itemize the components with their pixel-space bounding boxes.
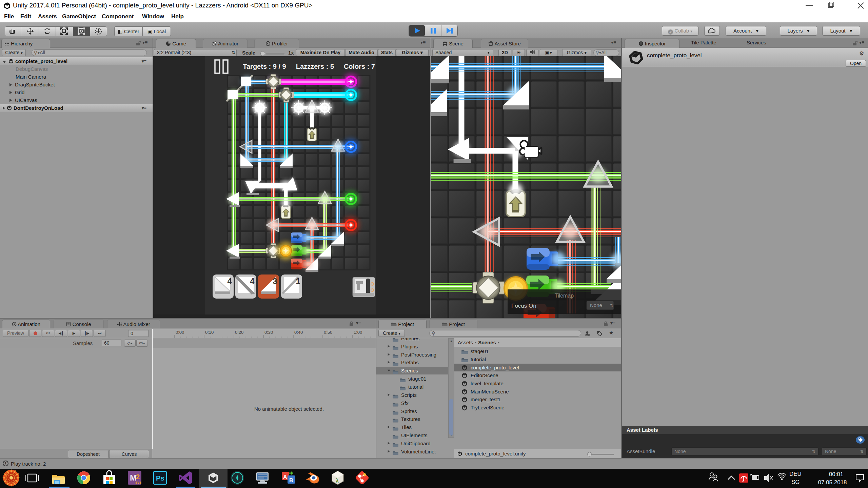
- svg-text:07.05.2018: 07.05.2018: [818, 479, 847, 486]
- svg-text:sys: sys: [135, 480, 141, 484]
- svg-text:4: 4: [228, 277, 232, 286]
- svg-text:Focus On: Focus On: [511, 303, 536, 309]
- svg-text:Lazzzers : 5: Lazzzers : 5: [296, 63, 334, 70]
- svg-text:B: B: [289, 477, 293, 483]
- svg-text:0:50: 0:50: [324, 330, 332, 335]
- svg-text:0:40: 0:40: [294, 330, 303, 335]
- svg-text:4: 4: [250, 277, 255, 286]
- svg-text:Tilemap: Tilemap: [555, 293, 574, 299]
- svg-text:2: 2: [136, 473, 140, 481]
- svg-text:0:00: 0:00: [176, 330, 184, 335]
- svg-text:1:00: 1:00: [354, 330, 362, 335]
- svg-text:Targets : 9 / 9: Targets : 9 / 9: [243, 63, 286, 70]
- svg-text:3: 3: [273, 277, 277, 286]
- svg-text:0:20: 0:20: [235, 330, 243, 335]
- svg-text:Ps: Ps: [156, 474, 164, 482]
- svg-text:0:30: 0:30: [264, 330, 273, 335]
- svg-text:00:01: 00:01: [829, 471, 844, 477]
- svg-text:SG: SG: [791, 479, 800, 485]
- svg-text:λ: λ: [336, 478, 339, 484]
- svg-text:Colors : 7: Colors : 7: [344, 63, 375, 70]
- svg-text:A: A: [283, 474, 287, 480]
- svg-text:DEU: DEU: [789, 471, 802, 477]
- svg-text:0:10: 0:10: [205, 330, 214, 335]
- svg-text:⇅: ⇅: [610, 303, 613, 307]
- svg-text:None: None: [590, 302, 602, 308]
- svg-text:1: 1: [296, 277, 300, 286]
